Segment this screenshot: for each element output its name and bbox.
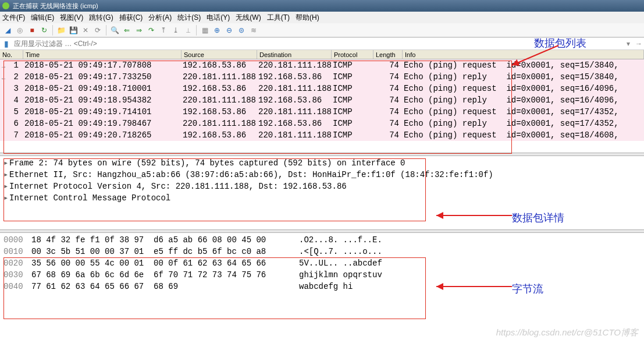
restart-capture-icon[interactable]: ↻ bbox=[39, 25, 49, 36]
menu-item[interactable]: 统计(S) bbox=[177, 13, 201, 22]
window-title: 正在捕获 无线网络连接 (icmp) bbox=[0, 0, 644, 12]
stop-capture-icon[interactable]: ■ bbox=[27, 25, 37, 36]
next-packet-icon[interactable]: ⇒ bbox=[134, 25, 144, 36]
detail-row[interactable]: ▸Frame 2: 74 bytes on wire (592 bits), 7… bbox=[3, 157, 644, 169]
prev-packet-icon[interactable]: ⇐ bbox=[122, 25, 132, 36]
menu-item[interactable]: 无线(W) bbox=[236, 13, 261, 22]
zoom-reset-icon[interactable]: ⊜ bbox=[236, 25, 247, 36]
menu-item[interactable]: 分析(A) bbox=[148, 13, 172, 22]
separator bbox=[52, 25, 53, 36]
packet-details-pane[interactable]: ▸Frame 2: 74 bytes on wire (592 bits), 7… bbox=[0, 156, 644, 218]
resize-cols-icon[interactable]: ≋ bbox=[248, 25, 259, 36]
menu-item[interactable]: 电话(Y) bbox=[207, 13, 230, 22]
toolbar: ◢ ◎ ■ ↻ 📁 💾 ✕ ⟳ 🔍 ⇐ ⇒ ↷ ⤒ ⤓ ⟂ ▦ ⊕ ⊖ ⊜ ≋ bbox=[0, 23, 644, 37]
options-icon[interactable]: ◎ bbox=[15, 25, 25, 36]
annotation-label-list: 数据包列表 bbox=[534, 36, 586, 50]
table-row[interactable]: 62018-05-21 09:49:19.798467220.181.111.1… bbox=[0, 118, 644, 129]
menu-item[interactable]: 捕获(C) bbox=[119, 13, 143, 22]
menu-bar: 文件(F)编辑(E)视图(V)跳转(G)捕获(C)分析(A)统计(S)电话(Y)… bbox=[0, 12, 644, 23]
menu-item[interactable]: 编辑(E) bbox=[31, 13, 54, 22]
autoscroll-icon[interactable]: ⟂ bbox=[183, 25, 193, 36]
annotation-label-bytes: 字节流 bbox=[512, 282, 543, 296]
menu-item[interactable]: 帮助(H) bbox=[296, 13, 319, 22]
menu-item[interactable]: 文件(F) bbox=[2, 13, 25, 22]
col-source[interactable]: Source bbox=[182, 50, 257, 59]
find-icon[interactable]: 🔍 bbox=[109, 25, 120, 36]
reload-icon[interactable]: ⟳ bbox=[92, 25, 103, 36]
separator bbox=[196, 25, 197, 36]
table-row[interactable]: 42018-05-21 09:49:18.954382220.181.111.1… bbox=[0, 94, 644, 106]
first-packet-icon[interactable]: ⤒ bbox=[158, 25, 169, 36]
watermark: https://blog.csdn.net/cr@51CTO博客 bbox=[496, 327, 638, 338]
table-row[interactable]: 52018-05-21 09:49:19.714101192.168.53.86… bbox=[0, 106, 644, 118]
filter-dropdown-icon[interactable]: ▾ bbox=[623, 40, 634, 48]
expand-icon[interactable]: ▸ bbox=[3, 169, 9, 181]
col-destination[interactable]: Destination bbox=[257, 50, 332, 59]
detail-row[interactable]: ▸Internet Control Message Protocol bbox=[3, 192, 644, 204]
col-no[interactable]: No. bbox=[0, 50, 23, 59]
last-packet-icon[interactable]: ⤓ bbox=[170, 25, 181, 36]
annotation-label-detail: 数据包详情 bbox=[512, 211, 564, 225]
packet-list[interactable]: 12018-05-21 09:49:17.707808192.168.53.86… bbox=[0, 59, 644, 153]
open-file-icon[interactable]: 📁 bbox=[56, 25, 66, 36]
row-arrow-icon: → bbox=[0, 61, 7, 73]
colorize-icon[interactable]: ▦ bbox=[200, 25, 210, 36]
goto-packet-icon[interactable]: ↷ bbox=[146, 25, 156, 36]
packet-bytes-pane[interactable]: 000018 4f 32 fe f1 0f 38 97 d6 a5 ab 66 … bbox=[0, 233, 644, 294]
hex-row[interactable]: 002035 56 00 00 55 4c 00 01 00 0f 61 62 … bbox=[3, 257, 644, 269]
hex-row[interactable]: 003067 68 69 6a 6b 6c 6d 6e 6f 70 71 72 … bbox=[3, 269, 644, 281]
row-arrow-icon: ← bbox=[0, 73, 7, 84]
expand-icon[interactable]: ▸ bbox=[3, 192, 9, 204]
menu-item[interactable]: 跳转(G) bbox=[89, 13, 113, 22]
hex-row[interactable]: 004077 61 62 63 64 65 66 67 68 69wabcdef… bbox=[3, 281, 644, 292]
table-row[interactable]: 12018-05-21 09:49:17.707808192.168.53.86… bbox=[0, 59, 644, 71]
filter-apply-icon[interactable]: → bbox=[634, 40, 644, 48]
zoom-out-icon[interactable]: ⊖ bbox=[224, 25, 234, 36]
detail-row[interactable]: ▸Internet Protocol Version 4, Src: 220.1… bbox=[3, 181, 644, 192]
col-info[interactable]: Info bbox=[403, 50, 644, 59]
save-file-icon[interactable]: 💾 bbox=[68, 25, 79, 36]
detail-row[interactable]: ▸Ethernet II, Src: Hangzhou_a5:ab:66 (38… bbox=[3, 169, 644, 181]
expand-icon[interactable]: ▸ bbox=[3, 181, 9, 192]
table-row[interactable]: 32018-05-21 09:49:18.710001192.168.53.86… bbox=[0, 83, 644, 94]
expand-icon[interactable]: ▸ bbox=[3, 157, 9, 169]
col-length[interactable]: Length bbox=[373, 50, 403, 59]
interfaces-icon[interactable]: ◢ bbox=[2, 25, 13, 36]
hex-row[interactable]: 001000 3c 5b 51 00 00 37 01 e5 ff dc b5 … bbox=[3, 246, 644, 257]
table-row[interactable]: 72018-05-21 09:49:20.718265192.168.53.86… bbox=[0, 129, 644, 141]
col-protocol[interactable]: Protocol bbox=[332, 50, 373, 59]
menu-item[interactable]: 视图(V) bbox=[60, 13, 83, 22]
table-row[interactable]: 22018-05-21 09:49:17.733250220.181.111.1… bbox=[0, 71, 644, 83]
zoom-in-icon[interactable]: ⊕ bbox=[212, 25, 222, 36]
hex-row[interactable]: 000018 4f 32 fe f1 0f 38 97 d6 a5 ab 66 … bbox=[3, 234, 644, 246]
bookmark-icon[interactable]: ▮ bbox=[1, 38, 12, 49]
col-time[interactable]: Time bbox=[23, 50, 182, 59]
packet-list-header: No. Time Source Destination Protocol Len… bbox=[0, 50, 644, 59]
menu-item[interactable]: 工具(T) bbox=[267, 13, 290, 22]
separator bbox=[106, 25, 106, 36]
display-filter-input[interactable] bbox=[12, 40, 623, 48]
close-file-icon[interactable]: ✕ bbox=[80, 25, 91, 36]
